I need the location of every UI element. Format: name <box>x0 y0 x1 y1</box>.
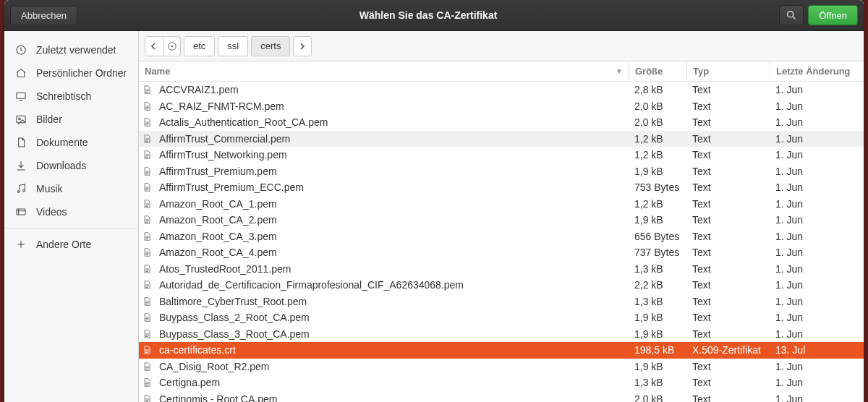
file-icon <box>139 231 155 241</box>
file-name: Certinomis - Root CA.pem <box>159 393 277 402</box>
file-row[interactable]: Actalis_Authentication_Root_CA.pem2,0 kB… <box>139 114 864 131</box>
file-mtime: 13. Jul <box>770 344 864 356</box>
col-header-size[interactable]: Größe <box>629 61 686 81</box>
file-row[interactable]: Baltimore_CyberTrust_Root.pem1,3 kBText1… <box>139 294 864 310</box>
file-type: Text <box>686 181 770 193</box>
file-icon <box>139 280 155 290</box>
file-type: Text <box>686 377 770 388</box>
headerbar: Abbrechen Wählen Sie das CA-Zertifikat Ö… <box>4 0 864 31</box>
file-row[interactable]: AffirmTrust_Premium_ECC.pem753 BytesText… <box>139 179 864 196</box>
home-icon <box>14 67 27 80</box>
file-size: 198,5 kB <box>629 344 686 356</box>
file-icon <box>139 150 155 160</box>
file-size: 1,3 kB <box>629 377 686 388</box>
file-size: 1,2 kB <box>629 198 686 210</box>
file-mtime: 1. Jun <box>770 328 864 340</box>
file-icon <box>139 296 155 307</box>
file-row[interactable]: AC_RAIZ_FNMT-RCM.pem2,0 kBText1. Jun <box>139 98 864 115</box>
file-row[interactable]: Amazon_Root_CA_4.pem737 BytesText1. Jun <box>139 244 864 261</box>
sidebar-item-other-locations[interactable]: Andere Orte <box>4 233 138 256</box>
file-row[interactable]: Certinomis - Root CA.pem2,0 kBText1. Jun <box>139 391 864 403</box>
file-size: 753 Bytes <box>629 181 686 193</box>
file-row[interactable]: Amazon_Root_CA_3.pem656 BytesText1. Jun <box>139 228 864 245</box>
dialog-title: Wählen Sie das CA-Zertifikat <box>77 9 779 21</box>
file-mtime: 1. Jun <box>770 377 864 388</box>
file-icon <box>139 329 155 339</box>
sidebar-item-document[interactable]: Dokumente <box>4 131 138 154</box>
file-row[interactable]: AffirmTrust_Premium.pem1,9 kBText1. Jun <box>139 163 864 180</box>
file-type: Text <box>686 100 770 112</box>
file-type: Text <box>686 263 770 275</box>
breadcrumb-item[interactable]: etc <box>184 36 215 56</box>
open-button[interactable]: Öffnen <box>808 5 858 25</box>
breadcrumb-item[interactable]: certs <box>251 36 290 56</box>
file-type: Text <box>686 214 770 226</box>
sidebar-item-download[interactable]: Downloads <box>4 154 138 177</box>
file-name: Amazon_Root_CA_2.pem <box>159 214 277 226</box>
file-name: Amazon_Root_CA_3.pem <box>159 231 277 242</box>
file-type: Text <box>686 393 770 402</box>
column-headers: Name ▼ Größe Typ Letzte Änderung <box>139 61 864 82</box>
sidebar-item-label: Musik <box>36 183 63 194</box>
svg-rect-8 <box>17 209 25 215</box>
file-row[interactable]: Autoridad_de_Certificacion_Firmaprofesio… <box>139 277 864 294</box>
file-row[interactable]: Amazon_Root_CA_2.pem1,9 kBText1. Jun <box>139 212 864 228</box>
file-mtime: 1. Jun <box>770 393 864 402</box>
file-name: Amazon_Root_CA_1.pem <box>159 198 277 210</box>
file-row[interactable]: Buypass_Class_2_Root_CA.pem1,9 kBText1. … <box>139 309 864 326</box>
breadcrumb-item[interactable]: ssl <box>218 36 248 56</box>
chevron-left-icon <box>150 43 158 50</box>
file-row[interactable]: AffirmTrust_Networking.pem1,2 kBText1. J… <box>139 147 864 163</box>
file-mtime: 1. Jun <box>770 263 864 275</box>
file-type: Text <box>686 312 770 323</box>
file-row[interactable]: ACCVRAIZ1.pem2,8 kBText1. Jun <box>139 82 864 98</box>
col-header-name[interactable]: Name ▼ <box>139 66 629 77</box>
nav-forward-button[interactable] <box>293 36 312 56</box>
file-row[interactable]: Atos_TrustedRoot_2011.pem1,3 kBText1. Ju… <box>139 261 864 278</box>
file-name: Buypass_Class_2_Root_CA.pem <box>159 312 310 323</box>
col-header-mtime[interactable]: Letzte Änderung <box>770 61 864 81</box>
file-name: Actalis_Authentication_Root_CA.pem <box>159 116 328 128</box>
file-row[interactable]: CA_Disig_Root_R2.pem1,9 kBText1. Jun <box>139 359 864 375</box>
nav-root-button[interactable] <box>163 37 180 56</box>
file-size: 1,9 kB <box>629 166 686 177</box>
file-row[interactable]: ca-certificates.crt198,5 kBX.509-Zertifi… <box>139 342 864 359</box>
file-icon <box>139 312 155 322</box>
file-type: Text <box>686 149 770 161</box>
svg-rect-3 <box>17 93 25 98</box>
col-header-name-label: Name <box>145 66 170 77</box>
file-size: 1,9 kB <box>629 312 686 323</box>
sidebar-item-music[interactable]: Musik <box>4 177 138 200</box>
sidebar-item-clock[interactable]: Zuletzt verwendet <box>4 38 138 61</box>
file-row[interactable]: Certigna.pem1,3 kBText1. Jun <box>139 375 864 391</box>
sidebar: Zuletzt verwendetPersönlicher OrdnerSchr… <box>4 31 139 402</box>
nav-back-button[interactable] <box>145 37 163 56</box>
file-mtime: 1. Jun <box>770 84 864 95</box>
file-type: Text <box>686 296 770 307</box>
file-row[interactable]: Buypass_Class_3_Root_CA.pem1,9 kBText1. … <box>139 326 864 343</box>
sidebar-item-desktop[interactable]: Schreibtisch <box>4 85 138 108</box>
file-icon <box>139 377 155 388</box>
search-button[interactable] <box>779 5 804 25</box>
file-row[interactable]: AffirmTrust_Commercial.pem1,2 kBText1. J… <box>139 131 864 147</box>
image-icon <box>14 113 27 126</box>
sidebar-item-label: Zuletzt verwendet <box>36 44 116 56</box>
file-type: Text <box>686 361 770 372</box>
col-header-type[interactable]: Typ <box>686 61 770 81</box>
svg-line-1 <box>793 17 795 19</box>
cancel-button[interactable]: Abbrechen <box>10 6 77 25</box>
sidebar-item-label: Dokumente <box>36 137 88 148</box>
sidebar-item-image[interactable]: Bilder <box>4 108 138 131</box>
file-icon <box>139 247 155 257</box>
sidebar-item-label: Bilder <box>36 114 62 125</box>
plus-icon <box>14 238 27 251</box>
svg-point-7 <box>23 189 25 192</box>
sidebar-item-video[interactable]: Videos <box>4 200 138 223</box>
sidebar-item-home[interactable]: Persönlicher Ordner <box>4 61 138 85</box>
file-icon <box>139 85 155 95</box>
file-size: 2,0 kB <box>629 393 686 402</box>
file-row[interactable]: Amazon_Root_CA_1.pem1,2 kBText1. Jun <box>139 196 864 213</box>
file-type: Text <box>686 231 770 242</box>
file-name: Atos_TrustedRoot_2011.pem <box>159 263 291 275</box>
file-mtime: 1. Jun <box>770 312 864 323</box>
